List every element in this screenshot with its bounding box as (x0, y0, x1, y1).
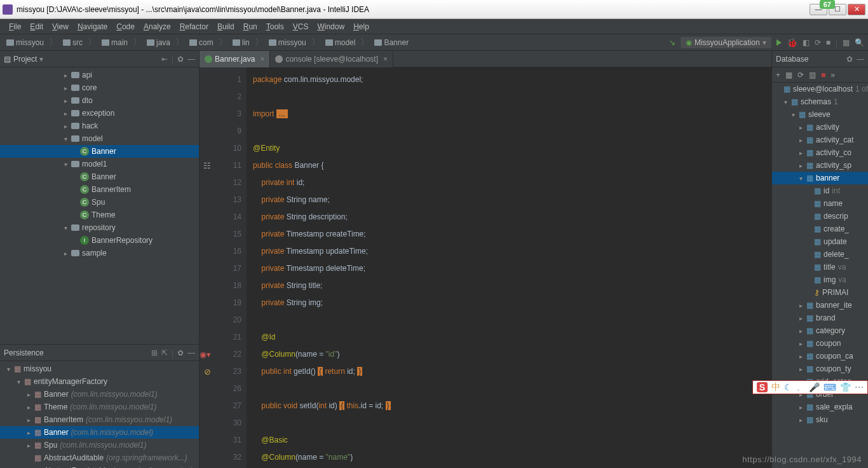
menu-edit[interactable]: Edit (26, 21, 47, 32)
db-node[interactable]: ▦img va (772, 273, 868, 286)
menu-window[interactable]: Window (313, 21, 348, 32)
refresh-icon[interactable]: ⟳ (797, 71, 804, 79)
line-number[interactable]: 30 (200, 415, 241, 432)
db-node[interactable]: ▸▦sale_expla (772, 401, 868, 413)
link-icon[interactable]: ⇱ (161, 348, 168, 357)
hide-icon[interactable]: — (857, 55, 864, 64)
db-node[interactable]: ▦name (772, 197, 868, 210)
line-number[interactable]: 15 (200, 226, 241, 243)
db-node[interactable]: ▸▦activity_cat (772, 134, 868, 146)
code-line[interactable]: private String img; (253, 294, 771, 312)
persistence-node[interactable]: ▸▦Theme (com.lin.missyou.model1) (0, 401, 199, 413)
breadcrumb-item[interactable]: missyou (266, 37, 309, 48)
line-number[interactable]: 20 (200, 312, 241, 329)
ime-item[interactable]: 🎤 (809, 382, 820, 392)
menu-navigate[interactable]: Navigate (74, 21, 111, 32)
breadcrumb-item[interactable]: com (187, 37, 216, 48)
menu-help[interactable]: Help (349, 21, 373, 32)
project-node-hack[interactable]: ▸hack (0, 120, 199, 132)
jump-icon[interactable]: ▥ (809, 71, 816, 79)
editor-tab[interactable]: Banner.java× (200, 51, 270, 67)
code-line[interactable]: private Timestamp updateTime; (253, 243, 771, 260)
more-icon[interactable]: » (831, 71, 835, 79)
line-number[interactable]: 26 (200, 380, 241, 397)
line-number[interactable]: 17 (200, 260, 241, 277)
stop-icon[interactable]: ■ (821, 71, 825, 79)
code-line[interactable]: private int id; (253, 174, 771, 191)
project-node-model[interactable]: ▾model (0, 132, 199, 145)
new-datasource-icon[interactable]: + (776, 71, 780, 79)
code-line[interactable]: import ... (253, 106, 771, 123)
db-node[interactable]: ▾▦banner (772, 172, 868, 184)
db-node[interactable]: ▦id int (772, 184, 868, 197)
project-node-sample[interactable]: ▸sample (0, 247, 199, 259)
menu-view[interactable]: View (48, 21, 72, 32)
db-node[interactable]: ▦update (772, 235, 868, 248)
menu-tools[interactable]: Tools (262, 21, 288, 32)
db-node[interactable]: ▾▦schemas 1 (772, 95, 868, 108)
code-line[interactable]: public void setId(int id) { this.id = id… (253, 397, 771, 415)
persistence-node[interactable]: ▾▦entityManagerFactory (0, 375, 199, 388)
debug-icon[interactable]: 🐞 (787, 38, 797, 48)
code-line[interactable] (253, 380, 771, 397)
project-node-theme[interactable]: CTheme (0, 209, 199, 221)
ime-toolbar[interactable]: S中☾、🎤⌨👕⋯ (752, 380, 868, 394)
menu-vcs[interactable]: VCS (289, 21, 313, 32)
run-icon[interactable] (776, 39, 782, 46)
project-node-exception[interactable]: ▸exception (0, 107, 199, 120)
code-line[interactable] (253, 88, 771, 106)
db-node[interactable]: ▦create_ (772, 223, 868, 235)
db-node[interactable]: ▸▦banner_ite (772, 299, 868, 312)
line-number[interactable]: 32 (200, 449, 241, 466)
code-line[interactable]: private Timestamp deleteTime; (253, 260, 771, 277)
breadcrumb-item[interactable]: model (323, 37, 358, 48)
menu-build[interactable]: Build (214, 21, 238, 32)
code-content[interactable]: package com.lin.missyou.model; import ..… (247, 67, 771, 468)
er-icon[interactable]: ⊞ (151, 348, 158, 357)
project-node-core[interactable]: ▸core (0, 81, 199, 94)
line-number[interactable]: 9 (200, 123, 241, 140)
persistence-node[interactable]: ▸▦BannerItem (com.lin.missyou.model1) (0, 413, 199, 426)
menu-file[interactable]: File (5, 21, 25, 32)
db-node[interactable]: ▸▦sku (772, 413, 868, 426)
line-number[interactable]: 1 (200, 71, 241, 88)
persistence-node[interactable]: ▸▦Banner (com.lin.missyou.model1) (0, 388, 199, 401)
line-number[interactable]: ◉▾22 (200, 346, 241, 363)
project-node-dto[interactable]: ▸dto (0, 94, 199, 107)
db-node[interactable]: ▦descrip (772, 210, 868, 223)
breadcrumb-item[interactable]: src (60, 37, 85, 48)
code-editor[interactable]: 123910☷1112131415161718192021◉▾22⊘232627… (200, 67, 771, 468)
gear-icon[interactable]: ✿ (177, 55, 184, 64)
breadcrumb-item[interactable]: missyou (4, 37, 46, 48)
profile-icon[interactable]: ⟳ (815, 38, 821, 47)
project-node-bannerrepository[interactable]: IBannerRepository (0, 234, 199, 247)
project-node-banneritem[interactable]: CBannerItem (0, 183, 199, 196)
ime-item[interactable]: 、 (796, 382, 805, 393)
db-node[interactable]: ▸▦activity (772, 121, 868, 134)
db-node[interactable]: ▸▦coupon_ty (772, 362, 868, 375)
db-node[interactable]: ⚷PRIMAI (772, 286, 868, 299)
ime-item[interactable]: ⋯ (855, 382, 864, 392)
layout-icon[interactable]: ▦ (843, 38, 850, 47)
line-number[interactable]: 10 (200, 140, 241, 157)
line-number[interactable]: 13 (200, 191, 241, 209)
line-number[interactable]: 19 (200, 294, 241, 312)
menu-run[interactable]: Run (240, 21, 261, 32)
db-node[interactable]: ▾▦sleeve (772, 108, 868, 121)
sync-icon[interactable]: ▦ (785, 71, 792, 79)
line-number[interactable]: 3 (200, 106, 241, 123)
db-node[interactable]: ▦title va (772, 261, 868, 273)
code-line[interactable]: package com.lin.missyou.model; (253, 71, 771, 88)
db-node[interactable]: ▸▦brand (772, 312, 868, 324)
db-node[interactable]: ▸▦coupon_ca (772, 350, 868, 362)
persistence-tree[interactable]: ▾▦missyou▾▦entityManagerFactory▸▦Banner … (0, 361, 199, 468)
project-node-api[interactable]: ▸api (0, 69, 199, 81)
ime-item[interactable]: 中 (771, 382, 780, 393)
breadcrumb-item[interactable]: lin (230, 37, 252, 48)
code-line[interactable]: @Column(name = "name") (253, 449, 771, 466)
ime-item[interactable]: ☾ (784, 382, 792, 392)
build-icon[interactable]: ↘ (669, 38, 675, 47)
menu-code[interactable]: Code (112, 21, 139, 32)
add-icon[interactable]: ✿ (846, 55, 853, 64)
line-number[interactable]: 18 (200, 277, 241, 294)
